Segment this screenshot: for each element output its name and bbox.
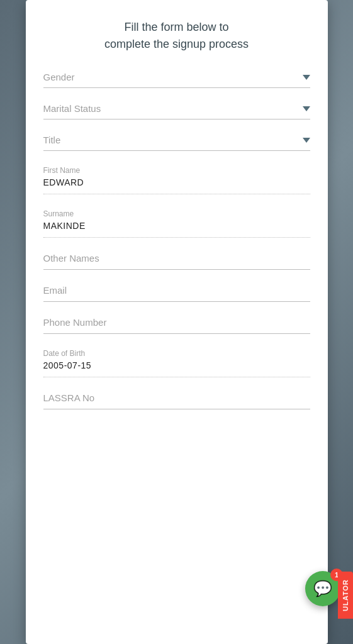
lassra-no-field-group: LASSRA No [43,392,310,409]
first-name-label: First Name [43,166,310,175]
chat-button[interactable]: 💬 1 [305,571,340,606]
marital-status-dropdown[interactable]: Marital Status [43,103,310,119]
form-card: Fill the form below tocomplete the signu… [26,0,328,644]
title-field-group: Title [43,135,310,151]
dob-field-group: Date of Birth 2005-07-15 [43,349,310,377]
gender-label: Gender [43,72,75,82]
email-field-group: Email [43,285,310,302]
gender-field-group: Gender [43,72,310,88]
marital-status-label: Marital Status [43,103,101,114]
surname-value[interactable]: MAKINDE [43,221,310,235]
chat-icon: 💬 [313,580,332,597]
title-label: Title [43,135,61,145]
phone-number-label: Phone Number [43,317,107,328]
gender-dropdown[interactable]: Gender [43,72,310,88]
email-label: Email [43,285,67,296]
dob-label: Date of Birth [43,349,310,358]
phone-number-field-group: Phone Number [43,317,310,334]
form-title: Fill the form below tocomplete the signu… [43,19,310,53]
phone-number-input[interactable]: Phone Number [43,317,310,334]
lassra-tab[interactable]: ULATOR [338,572,353,619]
title-dropdown-arrow-icon [303,138,310,143]
gender-dropdown-arrow-icon [303,75,310,80]
surname-label: Surname [43,209,310,218]
dob-divider [43,377,310,377]
dob-value[interactable]: 2005-07-15 [43,360,310,374]
email-input[interactable]: Email [43,285,310,302]
lassra-no-input[interactable]: LASSRA No [43,392,310,409]
first-name-field-group: First Name EDWARD [43,166,310,194]
other-names-field-group: Other Names [43,253,310,270]
title-dropdown[interactable]: Title [43,135,310,151]
surname-field-group: Surname MAKINDE [43,209,310,238]
surname-divider [43,237,310,238]
marital-status-dropdown-arrow-icon [303,106,310,111]
other-names-input[interactable]: Other Names [43,253,310,270]
first-name-divider [43,194,310,194]
marital-status-field-group: Marital Status [43,103,310,119]
other-names-label: Other Names [43,253,99,264]
first-name-value[interactable]: EDWARD [43,177,310,191]
lassra-no-label: LASSRA No [43,392,95,403]
